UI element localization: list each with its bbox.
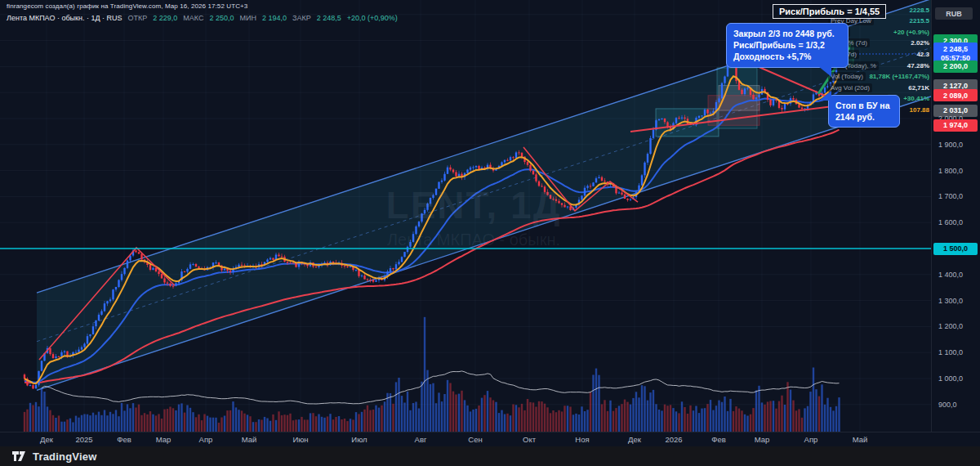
low-value: 2 194,0 — [262, 14, 287, 22]
stats-value: 62,71K — [908, 84, 929, 92]
high-value: 2 250,0 — [210, 14, 234, 22]
time-tick-label: Сен — [468, 435, 482, 444]
callout-tail — [819, 91, 831, 101]
open-value: 2 229,0 — [153, 14, 177, 22]
price-scale[interactable]: RUB 2 300,02 248,505:57:502 200,02 127,0… — [931, 0, 980, 432]
time-tick-label: Мар — [755, 435, 770, 444]
symbol-ohlc-row[interactable]: Лента МКПАО · обыкн. · 1Д · RUS ОТКР2 22… — [7, 14, 398, 22]
time-tick-label: 2026 — [665, 435, 682, 444]
stats-value: 2.02% — [911, 39, 929, 47]
time-tick-label: Апр — [199, 435, 213, 444]
price-tick-label: 1 000,0 — [938, 374, 963, 383]
callout-line: Доходность +5,7% — [733, 51, 841, 62]
symbol-title[interactable]: Лента МКПАО · обыкн. · 1Д · RUS — [7, 14, 122, 22]
currency-chip[interactable]: RUB — [935, 7, 973, 20]
callout-line: Закрыл 2/3 по 2448 руб. — [733, 28, 841, 39]
chart-byline: finrangecom создал(а) график на TradingV… — [7, 2, 247, 10]
tradingview-chart-window: LENT, 1Д Лента МКПАО - обыкн. finrangeco… — [0, 0, 980, 466]
callout-line: 2144 руб. — [835, 111, 893, 123]
stats-row: Avg Vol (20d) 62,71K — [828, 83, 929, 92]
price-badge-cyan: 1 500,0 — [933, 243, 978, 255]
change-value: +20,0 (+0,90%) — [347, 14, 398, 22]
callout-tail — [818, 66, 831, 77]
time-axis[interactable]: Дек2025ФевМарАпрМайИюнИюлАвгСенОктНояДек… — [0, 432, 980, 447]
stats-value: +20 (+0.9%) — [893, 29, 929, 36]
time-tick-label: Авг — [415, 435, 427, 444]
stats-label: Avg Vol (20d) — [828, 83, 872, 92]
open-label: ОТКР — [128, 14, 148, 22]
time-tick-label: Окт — [523, 435, 536, 444]
callout-closed-position[interactable]: Закрыл 2/3 по 2448 руб. Риск/Прибыль = 1… — [726, 23, 849, 68]
high-label: МАКС — [183, 14, 203, 22]
close-value: 2 248,5 — [317, 14, 341, 22]
time-tick-label: Июн — [292, 435, 308, 444]
stats-value: 107.88 — [910, 106, 929, 114]
close-label: ЗАКР — [292, 14, 311, 22]
time-tick-label: Май — [853, 435, 868, 444]
low-label: МИН — [240, 14, 256, 22]
time-tick-label: 2025 — [75, 435, 92, 444]
stats-value: 47.28% — [907, 62, 929, 69]
price-tick-label: 1 100,0 — [938, 348, 963, 356]
price-badge-red: 1 974,0 — [933, 119, 978, 132]
time-tick-label: Дек — [40, 435, 53, 444]
price-tick-label: 1 600,0 — [938, 218, 963, 226]
volume-ma-line — [42, 371, 840, 404]
stats-value: 81,78K (+1167,47%) — [869, 73, 929, 80]
price-tick-label: 1 400,0 — [938, 271, 963, 279]
time-tick-label: Май — [242, 435, 257, 444]
time-tick-label: Фев — [117, 435, 131, 444]
stats-row: Vol (Today) 81,78K (+1167,47%) — [828, 72, 929, 82]
stats-value: +30.41% — [903, 95, 929, 102]
price-tick-label: 1 700,0 — [938, 192, 963, 200]
price-tick-label: 1 900,0 — [938, 141, 963, 149]
price-tick-label: 1 300,0 — [938, 297, 963, 305]
tradingview-logo-icon[interactable] — [11, 450, 26, 463]
time-tick-label: Мар — [156, 435, 172, 444]
time-tick-label: Апр — [804, 435, 818, 444]
time-tick-label: Фев — [711, 435, 726, 444]
callout-stop-breakeven[interactable]: Стоп в БУ на 2144 руб. — [828, 95, 900, 128]
chart-pane[interactable]: LENT, 1Д Лента МКПАО - обыкн. finrangeco… — [0, 0, 931, 432]
stats-value: 2215.5 — [910, 17, 929, 25]
stats-label: Vol (Today) — [828, 72, 866, 81]
stats-value: 2228.5 — [910, 7, 929, 14]
time-tick-label: Дек — [628, 435, 641, 444]
stats-value: 42.3 — [916, 51, 929, 58]
time-tick-label: Ноя — [575, 435, 589, 444]
time-tick-label: Июл — [351, 435, 367, 444]
callout-line: Риск/Прибыль = 1/3,2 — [733, 39, 841, 51]
callout-line: Стоп в БУ на — [835, 100, 893, 111]
price-tick-label: 1 200,0 — [938, 322, 963, 330]
price-badge-green: 2 200,0 — [933, 60, 978, 73]
price-badge-red: 2 089,0 — [933, 89, 978, 101]
price-tick-label: 1 800,0 — [938, 167, 963, 175]
price-tick-label: 900,0 — [938, 401, 957, 409]
risk-reward-label[interactable]: Риск/Прибыль = 1/4,55 — [773, 4, 886, 19]
tradingview-brand[interactable]: TradingView — [33, 450, 97, 463]
footer-bar: TradingView — [0, 446, 980, 466]
